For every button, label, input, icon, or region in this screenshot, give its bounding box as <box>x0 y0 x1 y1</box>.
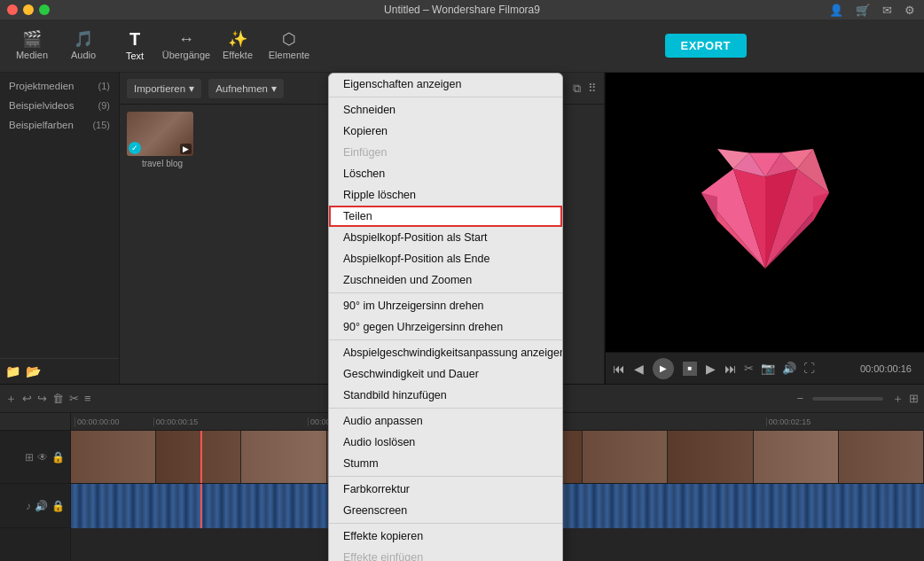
cm-sep-2 <box>329 292 562 293</box>
audio-track-speaker-icon[interactable]: 🔊 <box>35 500 48 512</box>
export-button[interactable]: EXPORT <box>665 34 747 58</box>
maximize-button[interactable] <box>39 4 50 15</box>
cm-abspielkopf-ende[interactable]: Abspielkopf-Position als Ende <box>329 248 562 269</box>
audio-track-lock-icon[interactable]: 🔒 <box>51 500 65 512</box>
toolbar-label-effekte: Effekte <box>223 50 253 60</box>
sidebar-label-beispielvideos: Beispielvideos <box>9 100 74 111</box>
tl-cut-icon[interactable]: ✂ <box>69 392 79 405</box>
tl-zoom-in-icon[interactable]: ＋ <box>892 391 904 407</box>
cm-kopieren[interactable]: Kopieren <box>329 121 562 142</box>
sidebar-item-beispielvideos[interactable]: Beispielvideos (9) <box>0 96 119 115</box>
titlebar-right-icons: 👤 🛒 ✉ ⚙ <box>829 4 915 17</box>
cm-audio-anpassen[interactable]: Audio anpassen <box>329 410 562 432</box>
media-item-travel-blog[interactable]: ▶ ✓ travel blog <box>127 112 198 168</box>
tl-zoom-out-icon[interactable]: − <box>796 392 803 405</box>
tl-add-track-icon[interactable]: ＋ <box>5 391 17 407</box>
sidebar-label-beispielfarben: Beispielfarben <box>9 120 74 130</box>
cm-rotate-cw[interactable]: 90° im Uhrzeigersinn drehen <box>329 295 562 316</box>
sidebar-count-beispielfarben: (15) <box>92 120 110 130</box>
cm-rotate-ccw[interactable]: 90° gegen Uhrzeigersinn drehen <box>329 316 562 338</box>
toolbar-label-medien: Medien <box>16 50 48 60</box>
tl-zoom-slider[interactable] <box>812 397 883 401</box>
sidebar-folder-icon[interactable]: 📁 <box>5 364 20 378</box>
media-thumbnail: ▶ ✓ <box>127 112 193 156</box>
track-lock-icon[interactable]: 🔒 <box>51 451 65 464</box>
toolbar-item-medien[interactable]: 🎬 Medien <box>9 24 55 68</box>
close-button[interactable] <box>7 4 18 15</box>
cm-stumm[interactable]: Stumm <box>329 453 562 474</box>
cm-sep-4 <box>329 408 562 409</box>
ruler-label-spacer <box>0 413 70 431</box>
toolbar-label-text: Text <box>126 51 144 61</box>
toolbar-item-effekte[interactable]: ✨ Effekte <box>215 24 261 68</box>
filter-icon[interactable]: ⧉ <box>573 82 581 96</box>
preview-heart-graphic <box>685 133 845 292</box>
cm-loeschen[interactable]: Löschen <box>329 163 562 184</box>
film-frame-7 <box>583 431 668 484</box>
toolbar-item-audio[interactable]: 🎵 Audio <box>60 24 106 68</box>
preview-volume-icon[interactable]: 🔊 <box>782 362 796 375</box>
preview-scissors-icon[interactable]: ✂ <box>744 362 754 375</box>
ruler-mark-1: 00:00:00:15 <box>153 417 308 426</box>
minimize-button[interactable] <box>23 4 34 15</box>
prev-frame-icon[interactable]: ⏮ <box>613 362 625 376</box>
cm-effekte-kopieren[interactable]: Effekte kopieren <box>329 526 562 547</box>
track-grid-icon[interactable]: ⊞ <box>25 451 34 464</box>
tl-undo-icon[interactable]: ↩ <box>22 392 32 405</box>
mail-icon[interactable]: ✉ <box>882 4 892 17</box>
cm-abspielkopf-start[interactable]: Abspielkopf-Position als Start <box>329 227 562 248</box>
elemente-icon: ⬡ <box>282 31 296 47</box>
preview-fullscreen-icon[interactable]: ⛶ <box>803 362 815 375</box>
stop-button[interactable]: ■ <box>683 362 697 376</box>
thumb-check-badge: ✓ <box>129 142 141 154</box>
film-frame-1 <box>71 431 156 484</box>
toolbar-item-elemente[interactable]: ⬡ Elemente <box>266 24 312 68</box>
cm-teilen[interactable]: Teilen <box>329 206 562 227</box>
tl-delete-icon[interactable]: 🗑 <box>52 392 64 405</box>
sidebar-bottom-icons: 📁 📂 <box>0 358 119 384</box>
film-frame-10 <box>839 431 924 484</box>
import-button[interactable]: Importieren ▾ <box>127 79 201 98</box>
sidebar-item-projektmedien[interactable]: Projektmedien (1) <box>0 76 119 96</box>
skip-back-icon[interactable]: ◀ <box>634 362 644 376</box>
sidebar-label-projektmedien: Projektmedien <box>9 81 74 91</box>
timeline-track-labels: ⊞ 👁 🔒 ♪ 🔊 🔒 <box>0 413 71 561</box>
sidebar-folder-add-icon[interactable]: 📂 <box>26 364 41 378</box>
tl-fit-icon[interactable]: ⊞ <box>909 392 919 405</box>
cm-sep-6 <box>329 523 562 524</box>
cm-greenscreen[interactable]: Greenscreen <box>329 500 562 521</box>
skip-forward-icon[interactable]: ▶ <box>706 362 716 376</box>
person-icon[interactable]: 👤 <box>829 4 843 17</box>
preview-snapshot-icon[interactable]: 📷 <box>761 362 775 375</box>
sidebar: Projektmedien (1) Beispielvideos (9) Bei… <box>0 73 120 384</box>
cm-schneiden[interactable]: Schneiden <box>329 99 562 121</box>
grid-view-icon[interactable]: ⠿ <box>588 82 597 95</box>
toolbar-item-text[interactable]: T Text <box>112 24 158 68</box>
toolbar-item-übergänge[interactable]: ↔ Übergänge <box>163 24 209 68</box>
play-button[interactable]: ▶ <box>653 358 674 379</box>
context-menu-overlay: Eigenschaften anzeigen Schneiden Kopiere… <box>328 73 563 561</box>
cm-geschw-dauer[interactable]: Geschwindigkeit und Dauer <box>329 363 562 385</box>
cm-audio-loeschen[interactable]: Audio loslösen <box>329 432 562 453</box>
settings-icon[interactable]: ⚙ <box>904 4 915 17</box>
cm-ripple-loeschen[interactable]: Ripple löschen <box>329 184 562 206</box>
audio-track-label: ♪ 🔊 🔒 <box>0 484 70 528</box>
cm-farbkorrektur[interactable]: Farbkorrektur <box>329 479 562 500</box>
video-track-label: ⊞ 👁 🔒 <box>0 431 70 484</box>
sidebar-item-beispielfarben[interactable]: Beispielfarben (15) <box>0 115 119 135</box>
tl-list-icon[interactable]: ≡ <box>84 392 91 405</box>
playhead[interactable] <box>200 431 202 483</box>
track-eye-icon[interactable]: 👁 <box>37 451 48 464</box>
thumb-type-badge: ▶ <box>180 144 192 154</box>
record-button[interactable]: Aufnehmen ▾ <box>208 79 284 98</box>
next-frame-icon[interactable]: ⏭ <box>724 362 737 376</box>
preview-timecode: 00:00:00:16 <box>855 363 917 374</box>
cm-zuschneiden-zoomen[interactable]: Zuschneiden und Zoomen <box>329 269 562 291</box>
cm-standbild[interactable]: Standbild hinzufügen <box>329 385 562 406</box>
window-controls <box>7 4 50 15</box>
cart-icon[interactable]: 🛒 <box>856 4 870 17</box>
context-menu: Eigenschaften anzeigen Schneiden Kopiere… <box>328 73 563 561</box>
cm-eigenschaften[interactable]: Eigenschaften anzeigen <box>329 74 562 95</box>
tl-redo-icon[interactable]: ↪ <box>37 392 47 405</box>
cm-geschw-anzeigen[interactable]: Abspielgeschwindigkeitsanpassung anzeige… <box>329 342 562 363</box>
